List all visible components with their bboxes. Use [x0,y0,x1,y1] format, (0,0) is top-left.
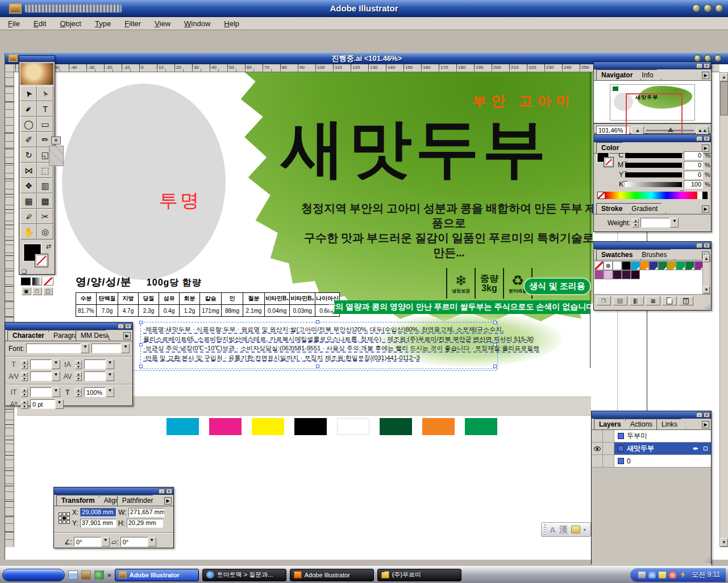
power-tray-icon[interactable] [679,572,687,578]
tab-brushes[interactable]: Brushes [637,249,675,260]
messenger-tray-icon[interactable] [659,572,666,578]
vertical-scale-field[interactable] [30,387,52,397]
visibility-toggle[interactable] [592,443,603,454]
delete-swatch-button[interactable] [679,296,693,305]
swatch[interactable] [631,270,640,279]
palette-close-icon[interactable]: ✕ [704,136,710,141]
stroke-weight-stepper[interactable]: ▲▼ [632,218,639,228]
swatch[interactable] [649,261,658,270]
scroll-down-button[interactable]: ▼ [720,538,728,547]
palette-menu-icon[interactable]: ▶ [123,332,131,340]
swatch[interactable] [613,261,622,270]
paint-gradient-button[interactable] [32,277,42,286]
minimize-button[interactable] [692,4,701,13]
selection-handle[interactable] [493,343,497,346]
new-swatch-button[interactable] [662,296,677,305]
selection-handle[interactable] [139,343,143,346]
channel-slider[interactable] [625,163,682,168]
x-field[interactable]: 29,008 mm [80,508,117,517]
palette-minimize-icon[interactable]: – [159,489,165,494]
menu-help[interactable]: Help [224,19,239,28]
show-color-swatches-button[interactable] [613,296,627,305]
selection-handle[interactable] [139,365,143,368]
hand-tool[interactable]: ✋ [20,224,37,239]
channel-slider[interactable] [625,153,682,158]
screen-mode-standard-button[interactable]: ▣ [22,287,31,295]
spectrum-white-black[interactable] [697,192,708,199]
swap-fill-stroke-icon[interactable]: ⇄ [46,243,51,250]
horizontal-scale-field[interactable]: 100% [84,387,106,397]
tab-pathfinder[interactable]: Pathfinder [117,495,158,506]
selection-handle[interactable] [493,365,497,368]
vertical-scale-stepper[interactable]: ▲▼ [21,388,28,397]
menu-filter[interactable]: Filter [124,19,141,28]
swatch[interactable] [622,261,631,270]
show-desktop-icon[interactable] [68,570,78,580]
mesh-tool[interactable]: ▦ [20,193,37,209]
swatches-scrollbar[interactable]: ▲ ▼ [702,254,710,294]
default-fill-stroke-icon[interactable]: ❏ [22,268,27,275]
palette-titlebar[interactable]: –✕ [5,322,132,330]
type-tool[interactable]: T [37,101,53,117]
palette-close-icon[interactable]: ✕ [704,63,710,68]
scroll-thumb[interactable] [720,81,728,115]
tab-actions[interactable]: Actions [625,419,661,429]
menu-window[interactable]: Window [184,19,210,28]
rotate-tool[interactable]: ↻ [20,147,37,163]
show-pattern-swatches-button[interactable]: ▦ [646,296,660,305]
channel-value-field[interactable]: 0 [684,161,703,169]
lock-toggle[interactable] [603,430,614,442]
leading-stepper[interactable]: ▲▼ [75,360,82,369]
palette-titlebar[interactable]: –✕ [592,411,711,419]
chevron-down-icon[interactable]: ▼ [148,537,156,547]
y-field[interactable]: 37,901 mm [80,519,117,528]
toolbox-titlebar[interactable] [19,56,55,62]
lock-toggle[interactable] [603,455,614,467]
tab-color[interactable]: Color [596,142,627,153]
artwork-circle[interactable] [62,84,226,280]
ellipse-tool[interactable]: ◯ [20,117,37,132]
tab-character[interactable]: Character [7,330,53,341]
ime-english-indicator[interactable]: A [550,525,556,535]
tab-swatches[interactable]: Swatches [596,249,641,260]
show-gradient-swatches-button[interactable] [629,296,644,305]
swatch[interactable] [640,261,649,270]
rectangle-tool[interactable]: ▭ [37,117,53,132]
selected-text-object[interactable]: ·제품명:새맛두부 · 식품유형:두부 · 원료명 및 원산지:쌀(고아미/전북… [141,322,497,369]
taskbar-button[interactable]: Adobe Illustrator [115,569,199,581]
swatch[interactable] [613,270,622,279]
chevron-down-icon[interactable]: ▼ [52,359,60,369]
paint-none-button[interactable] [43,277,53,286]
palette-minimize-icon[interactable]: – [696,63,702,68]
registration-swatch[interactable]: ⊕ [604,261,613,270]
palette-menu-icon[interactable]: ▶ [702,72,709,79]
scroll-down-button[interactable]: ▼ [703,286,710,293]
tab-navigator[interactable]: Navigator [596,69,641,80]
font-family-field[interactable] [26,344,81,353]
baseline-shift-stepper[interactable]: ▲▼ [21,400,28,409]
maximize-button[interactable] [704,4,712,13]
baseline-shift-field[interactable]: 0 pt [30,399,55,409]
layer-name-area[interactable]: 0 [614,455,711,467]
swatch[interactable] [604,270,613,279]
taskbar-button[interactable]: 토마토맥 > 질문과... [202,569,286,581]
tab-layers[interactable]: Layers [594,419,630,429]
visibility-toggle[interactable] [592,455,603,467]
selection-handle[interactable] [493,321,497,324]
scissors-tool[interactable]: ✂ [37,209,53,224]
blend-tool[interactable]: ❖ [20,178,37,193]
channel-value-field[interactable]: 0 [684,171,703,179]
leading-field[interactable] [84,359,106,369]
w-field[interactable]: 271,657 mm [128,508,165,517]
chevron-down-icon[interactable]: ▼ [101,537,110,547]
chevron-down-icon[interactable]: ▼ [52,371,60,381]
swatch[interactable] [658,261,667,270]
ime-grip[interactable] [544,524,546,535]
screen-mode-full-button[interactable]: ▢ [43,287,53,295]
chevron-down-icon[interactable]: ▼ [106,371,114,381]
printer-tray-icon[interactable] [638,572,646,578]
chevron-down-icon[interactable]: ▼ [106,359,114,369]
horizontal-scale-stepper[interactable]: ▲▼ [75,388,82,397]
font-size-field[interactable] [30,359,52,369]
collapsed-palette-close-icon[interactable]: ✕ [51,137,61,144]
